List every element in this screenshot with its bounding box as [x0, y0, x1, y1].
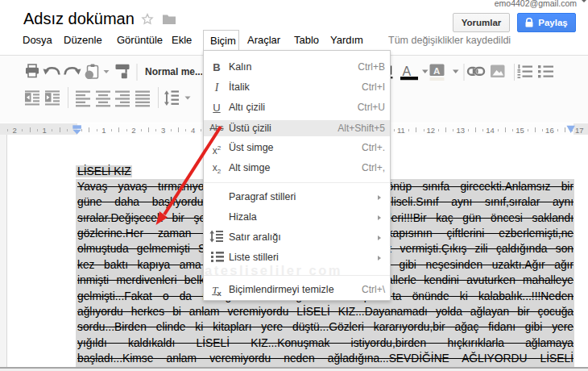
svg-text:A: A — [403, 65, 412, 78]
svg-text:A: A — [433, 66, 440, 76]
